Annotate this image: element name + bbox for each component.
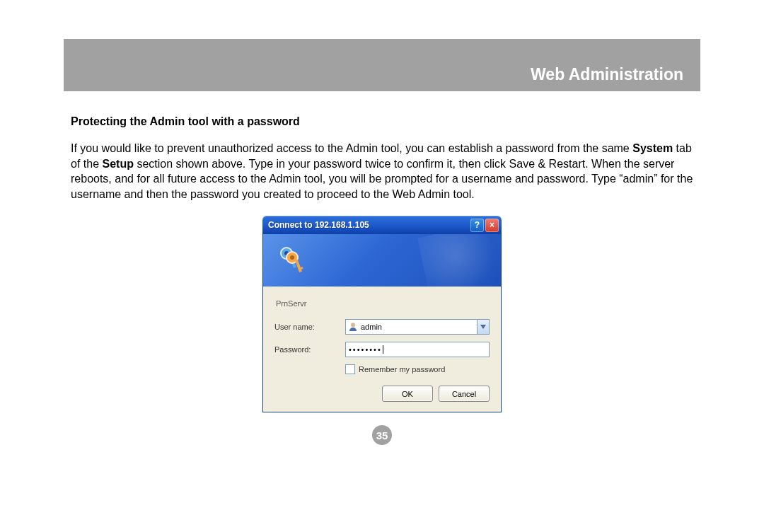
close-button[interactable]: × bbox=[485, 219, 499, 232]
help-button[interactable]: ? bbox=[470, 219, 484, 232]
username-combo[interactable]: admin bbox=[345, 319, 490, 335]
username-value: admin bbox=[361, 323, 477, 331]
username-row: User name: admin bbox=[274, 319, 490, 335]
password-label: Password: bbox=[274, 345, 345, 354]
bold-setup: Setup bbox=[102, 158, 133, 170]
remember-row[interactable]: Remember my password bbox=[345, 364, 490, 374]
document-page: Web Administration Protecting the Admin … bbox=[64, 39, 700, 445]
password-row: Password: •••••••• bbox=[274, 342, 490, 357]
page-number-badge: 35 bbox=[372, 425, 392, 445]
dialog-titlebar[interactable]: Connect to 192.168.1.105 ? × bbox=[262, 216, 502, 234]
close-icon: × bbox=[490, 220, 494, 230]
keys-icon bbox=[277, 244, 308, 275]
ok-label: OK bbox=[402, 390, 413, 398]
remember-checkbox[interactable] bbox=[345, 364, 355, 374]
password-value: •••••••• bbox=[349, 345, 382, 354]
section-heading: Protecting the Admin tool with a passwor… bbox=[71, 115, 693, 128]
instruction-paragraph: If you would like to prevent unauthorize… bbox=[71, 141, 693, 202]
cancel-button[interactable]: Cancel bbox=[439, 386, 490, 402]
page-header-title: Web Administration bbox=[531, 65, 683, 84]
username-label: User name: bbox=[274, 323, 345, 331]
dialog-title: Connect to 192.168.1.105 bbox=[268, 220, 469, 230]
svg-rect-5 bbox=[295, 260, 302, 272]
combo-dropdown-button[interactable] bbox=[477, 320, 489, 334]
user-icon bbox=[348, 322, 358, 332]
dialog-banner bbox=[262, 234, 502, 287]
bold-system: System bbox=[632, 142, 673, 154]
cancel-label: Cancel bbox=[452, 390, 476, 398]
auth-dialog: Connect to 192.168.1.105 ? × bbox=[262, 216, 502, 412]
ok-button[interactable]: OK bbox=[382, 386, 433, 402]
dialog-body: PrnServr User name: admin bbox=[262, 287, 502, 412]
header-bar: Web Administration bbox=[64, 39, 700, 91]
chevron-down-icon bbox=[480, 325, 486, 329]
text-fragment: section shown above. Type in your passwo… bbox=[71, 158, 693, 200]
text-fragment: If you would like to prevent unauthorize… bbox=[71, 142, 632, 154]
help-icon: ? bbox=[475, 220, 480, 230]
realm-label: PrnServr bbox=[276, 299, 490, 308]
svg-point-4 bbox=[290, 255, 294, 260]
dialog-button-row: OK Cancel bbox=[274, 386, 490, 402]
text-cursor bbox=[383, 345, 383, 354]
svg-point-7 bbox=[351, 323, 355, 328]
content-area: Protecting the Admin tool with a passwor… bbox=[64, 91, 700, 445]
page-number: 35 bbox=[376, 429, 388, 441]
remember-label: Remember my password bbox=[359, 365, 445, 374]
password-field[interactable]: •••••••• bbox=[345, 342, 490, 357]
